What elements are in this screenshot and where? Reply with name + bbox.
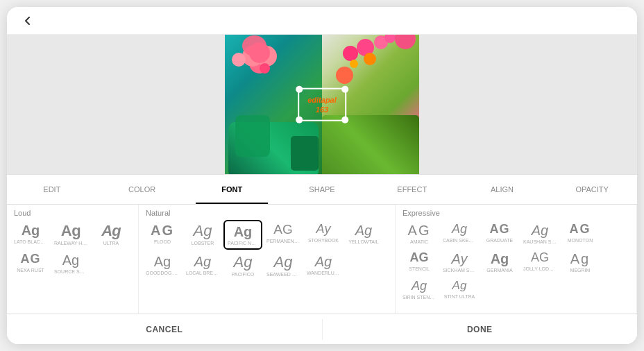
font-germania[interactable]: Ag GERMANIA: [480, 248, 519, 275]
handle-tr[interactable]: [341, 85, 348, 92]
tab-bar: EDIT COLOR FONT SHAPE EFFECT ALIGN OPACI…: [7, 174, 637, 205]
font-categories: Loud Ag LATO BLACK IT... Ag RALEWAY HEAV…: [7, 205, 637, 314]
font-amatic-name: AMATIC: [402, 239, 436, 244]
font-permanent-m[interactable]: AG PERMANENT M...: [264, 220, 303, 250]
font-lobster-name: LOBSTER: [186, 241, 219, 246]
phone-container: editapal 163 EDIT COLOR FONT SHAPE EFFEC…: [7, 7, 637, 344]
font-pacific-glyph: Ag: [234, 224, 253, 239]
font-pacific-north[interactable]: Ag PACIFIC NORTH...: [223, 220, 262, 250]
font-graduate-glyph: AG: [490, 223, 510, 237]
font-pacifico-name: PACIFICO: [226, 272, 260, 277]
handle-tl[interactable]: [296, 85, 303, 92]
font-kaushan-name: KAUSHAN SCRI...: [523, 239, 557, 244]
bottom-bar: CANCEL DONE: [7, 314, 637, 344]
font-permanent-glyph: AG: [273, 223, 292, 237]
font-stencil-glyph: AG: [410, 251, 429, 265]
font-stint[interactable]: Ag STINT ULTRA: [440, 277, 479, 302]
font-pacifico-glyph: Ag: [234, 254, 253, 271]
top-bar: [7, 7, 637, 35]
back-button[interactable]: [18, 11, 37, 31]
natural-section: Natural AG FLOOD Ag LOBSTER Ag PACIFIC N…: [139, 205, 396, 314]
font-local-brewe[interactable]: Ag LOCAL BREWE...: [183, 251, 222, 280]
cancel-button[interactable]: CANCEL: [7, 325, 322, 334]
font-permanent-name: PERMANENT M...: [266, 239, 300, 243]
font-seaweed[interactable]: Ag SEAWEED SCRI...: [264, 251, 303, 280]
font-nexa-rust[interactable]: AG NEXA RUST: [11, 250, 50, 277]
handle-bl[interactable]: [296, 117, 303, 123]
font-amatic[interactable]: AG AMATIC: [400, 220, 439, 247]
font-stint-glyph: Ag: [452, 280, 467, 293]
overlay-text: editapal 163: [307, 94, 337, 114]
tab-shape[interactable]: SHAPE: [277, 175, 367, 204]
font-graduate[interactable]: AG GRADUATE: [480, 220, 519, 247]
image-container: editapal 163: [225, 35, 419, 174]
tab-font[interactable]: FONT: [187, 175, 277, 204]
font-megrim[interactable]: Ag MEGRIM: [561, 248, 600, 275]
font-local-glyph: Ag: [194, 254, 211, 269]
font-cabin-name: CABIN SKETCH: [443, 238, 476, 243]
canvas-area: editapal 163: [7, 35, 637, 174]
font-raleway-name: RALEWAY HEAVY: [54, 241, 87, 246]
font-germania-name: GERMANIA: [483, 268, 516, 273]
tab-opacity[interactable]: OPACITY: [547, 175, 637, 204]
font-storybook[interactable]: Ay STORYBOOK: [304, 220, 343, 250]
tab-effect[interactable]: EFFECT: [367, 175, 457, 204]
font-gooddog-glyph: Ag: [154, 254, 171, 269]
handle-br[interactable]: [341, 117, 348, 123]
font-gooddog[interactable]: Ag GOODDOG NEW: [143, 251, 182, 280]
font-raleway[interactable]: Ag RALEWAY HEAVY: [51, 220, 90, 248]
font-sirin-glyph: Ag: [412, 280, 427, 293]
font-ultra[interactable]: Ag ULTRA: [92, 220, 130, 248]
tab-color[interactable]: COLOR: [97, 175, 187, 204]
font-nexa-name: NEXA RUST: [14, 268, 47, 273]
font-story-name: STORYBOOK: [307, 238, 340, 243]
font-nexa-glyph: AG: [21, 252, 41, 266]
font-flood-name: FLOOD: [146, 239, 179, 244]
font-pacifico[interactable]: Ag PACIFICO: [223, 251, 262, 280]
font-graduate-name: GRADUATE: [483, 238, 516, 243]
font-germania-glyph: Ag: [491, 251, 509, 266]
natural-label: Natural: [139, 205, 395, 219]
font-local-name: LOCAL BREWE...: [186, 271, 219, 275]
tab-align[interactable]: ALIGN: [457, 175, 548, 204]
font-source-sans[interactable]: Ag SOURCE SANS: [51, 250, 90, 277]
font-kaushan-glyph: Ag: [532, 223, 548, 238]
font-amatic-glyph: AG: [408, 223, 431, 238]
font-wander-name: WANDERLUST...: [307, 271, 340, 275]
font-megrim-name: MEGRIM: [564, 268, 597, 273]
font-stencil[interactable]: AG STENCIL: [400, 248, 439, 275]
font-flood[interactable]: AG FLOOD: [143, 220, 182, 250]
font-kaushan[interactable]: Ag KAUSHAN SCRI...: [520, 220, 559, 247]
font-raleway-glyph: Ag: [61, 223, 80, 239]
expressive-label: Expressive: [396, 205, 636, 219]
font-pacific-name: PACIFIC NORTH...: [228, 241, 258, 246]
font-lato-name: LATO BLACK IT...: [14, 239, 47, 244]
loud-section: Loud Ag LATO BLACK IT... Ag RALEWAY HEAV…: [7, 205, 139, 314]
font-seaweed-name: SEAWEED SCRI...: [266, 272, 300, 277]
font-wanderlust[interactable]: Ag WANDERLUST...: [304, 251, 343, 280]
font-cabin-sketch[interactable]: Ag CABIN SKETCH: [440, 220, 479, 247]
font-ultra-glyph: Ag: [101, 223, 120, 239]
font-mono-glyph: AG: [570, 223, 591, 237]
font-yellowtail[interactable]: Ag YELLOWTAIL: [344, 220, 383, 250]
font-gooddog-name: GOODDOG NEW: [146, 271, 179, 275]
font-ultra-name: ULTRA: [94, 241, 128, 246]
font-lato-black[interactable]: Ag LATO BLACK IT...: [11, 220, 50, 248]
font-sickham[interactable]: Ay SICKHAM SCRI...: [440, 248, 479, 275]
font-cabin-glyph: Ag: [452, 223, 467, 237]
font-jolly[interactable]: AG JOLLY LODGER: [520, 248, 559, 275]
font-monoton[interactable]: AG MONOTON: [561, 220, 600, 247]
font-story-glyph: Ay: [316, 223, 331, 237]
font-jolly-name: JOLLY LODGER: [523, 266, 557, 271]
font-sirin[interactable]: Ag SIRIN STENCIL: [400, 277, 439, 302]
font-stencil-name: STENCIL: [402, 266, 436, 271]
natural-grid: AG FLOOD Ag LOBSTER Ag PACIFIC NORTH... …: [139, 219, 395, 281]
tab-edit[interactable]: EDIT: [7, 175, 97, 204]
font-mono-name: MONOTON: [564, 238, 597, 243]
done-button[interactable]: DONE: [323, 325, 638, 334]
font-panel: Loud Ag LATO BLACK IT... Ag RALEWAY HEAV…: [7, 205, 637, 344]
font-lobster-glyph: Ag: [194, 223, 212, 239]
font-lobster[interactable]: Ag LOBSTER: [183, 220, 222, 250]
text-overlay[interactable]: editapal 163: [298, 87, 346, 121]
font-source-name: SOURCE SANS: [54, 269, 87, 274]
